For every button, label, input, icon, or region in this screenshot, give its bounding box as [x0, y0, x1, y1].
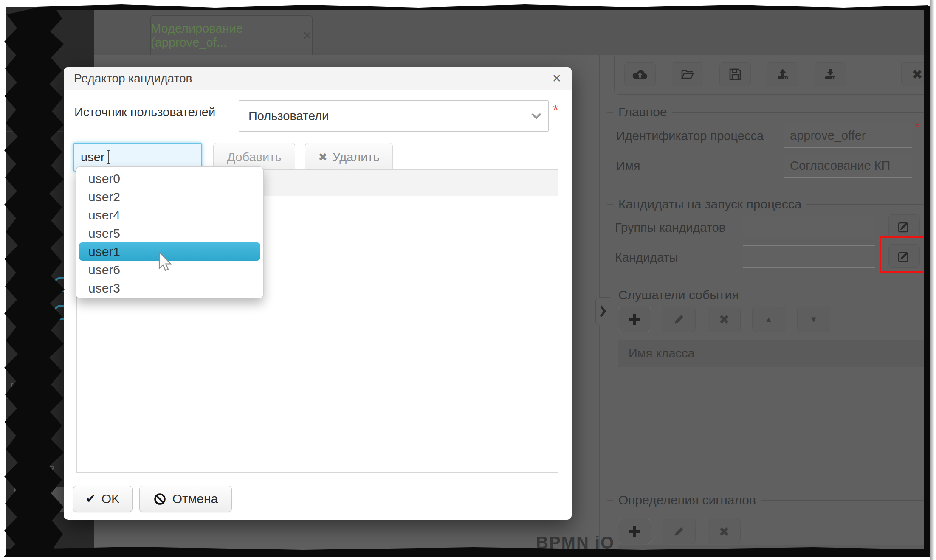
edit-signal-button[interactable] — [663, 519, 696, 544]
cloud-upload-icon — [632, 69, 648, 80]
pencil-icon — [673, 313, 685, 325]
upload-button[interactable] — [767, 62, 798, 86]
torn-edge-bottom — [6, 546, 928, 557]
triangle-up-icon: ▲ — [764, 315, 773, 324]
edit-listener-button[interactable] — [663, 307, 696, 332]
required-asterisk: * — [915, 120, 920, 135]
input-value: user — [81, 150, 104, 164]
add-listener-button[interactable] — [618, 307, 651, 332]
user-suggestions-dropdown: user0 user2 user4 user5 user1 user6 user… — [76, 166, 264, 298]
x-icon: ✖ — [318, 151, 327, 164]
tab-close-icon[interactable]: ✕ — [302, 29, 312, 42]
remove-listener-button[interactable]: ✖ — [708, 307, 741, 332]
selected-source: Пользователи — [239, 109, 329, 123]
triangle-down-icon: ▼ — [809, 315, 818, 324]
deploy-button[interactable] — [624, 62, 656, 86]
tab-label: Моделирование (approve_of... — [151, 22, 291, 50]
section-candidates: Кандидаты на запуск процесса — [607, 197, 927, 212]
remove-signal-button[interactable]: ✖ — [708, 519, 741, 544]
section-listeners: Слушатели события — [607, 287, 927, 303]
dialog-title: Редактор кандидатов — [74, 72, 192, 85]
section-signals: Определения сигналов — [607, 492, 927, 508]
field-label: Идентификатор процесса — [616, 129, 764, 143]
source-label: Источник пользователей — [74, 105, 215, 119]
field-label: Имя — [616, 159, 640, 173]
candidates-input[interactable] — [743, 245, 875, 268]
move-down-button[interactable]: ▼ — [797, 307, 830, 332]
dialog-close-icon[interactable]: ✕ — [552, 72, 561, 85]
edit-candidate-groups-button[interactable] — [888, 214, 920, 238]
close-x-icon: ✖ — [912, 67, 922, 82]
highlight-annotation — [880, 236, 931, 273]
folder-open-icon — [681, 69, 694, 80]
move-up-button[interactable]: ▲ — [752, 307, 785, 332]
edit-icon — [897, 219, 911, 233]
download-icon — [823, 68, 837, 80]
mouse-cursor-icon — [158, 251, 173, 272]
screenshot-root: оо... ... дно из Моделирование (approve_… — [0, 0, 936, 560]
remove-user-button[interactable]: ✖ Удалить — [305, 143, 393, 172]
x-icon: ✖ — [719, 312, 729, 327]
ban-icon — [153, 492, 166, 506]
field-label: Группы кандидатов — [615, 221, 725, 235]
x-icon: ✖ — [719, 524, 729, 539]
dropdown-item[interactable]: user2 — [76, 188, 263, 206]
section-legend: Слушатели события — [613, 288, 744, 302]
select-chevron — [524, 101, 548, 131]
panel-collapse-handle[interactable] — [595, 297, 610, 325]
process-id-input[interactable]: approve_offer — [784, 124, 912, 148]
dropdown-item[interactable]: user5 — [76, 224, 263, 242]
tab-modeling[interactable]: Моделирование (approve_of... ✕ — [150, 15, 313, 55]
candidate-groups-input[interactable] — [743, 216, 875, 238]
dialog-header: Редактор кандидатов ✕ — [64, 67, 572, 90]
section-legend: Главное — [613, 105, 672, 119]
field-label: Кандидаты — [615, 250, 678, 265]
check-icon: ✔ — [86, 492, 96, 506]
section-legend: Кандидаты на запуск процесса — [613, 197, 806, 211]
chevron-down-icon — [531, 113, 542, 120]
tab-bar: Моделирование (approve_of... ✕ — [94, 8, 928, 55]
save-button[interactable] — [719, 62, 751, 86]
torn-edge-top — [37, 3, 928, 11]
add-signal-button[interactable] — [618, 519, 651, 544]
page-margin — [930, 0, 936, 560]
properties-panel: ✖ Главное Идентификатор процесса approve… — [600, 55, 928, 551]
pencil-icon — [673, 526, 685, 537]
process-name-input[interactable]: Согласование КП — [784, 154, 912, 178]
ok-button[interactable]: ✔ OK — [73, 486, 133, 512]
required-asterisk: * — [553, 102, 558, 118]
dropdown-item[interactable]: user4 — [76, 206, 263, 224]
dropdown-item[interactable]: user3 — [76, 279, 263, 297]
chevron-right-icon — [600, 304, 606, 319]
download-button[interactable] — [815, 62, 846, 86]
text-caret-icon — [106, 149, 112, 165]
save-icon — [729, 68, 741, 81]
column-header: Имя класса — [618, 340, 926, 367]
section-main: Главное — [607, 104, 927, 120]
cancel-button[interactable]: Отмена — [139, 486, 232, 512]
dropdown-item[interactable]: user0 — [76, 169, 263, 188]
user-source-select[interactable]: Пользователи — [239, 100, 549, 132]
listeners-table: Имя класса — [618, 340, 927, 474]
torn-edge-right — [924, 6, 930, 557]
plus-icon — [627, 524, 642, 539]
open-button[interactable] — [672, 62, 703, 86]
plus-icon — [627, 312, 642, 326]
section-legend: Определения сигналов — [613, 493, 761, 507]
upload-icon — [775, 68, 790, 80]
